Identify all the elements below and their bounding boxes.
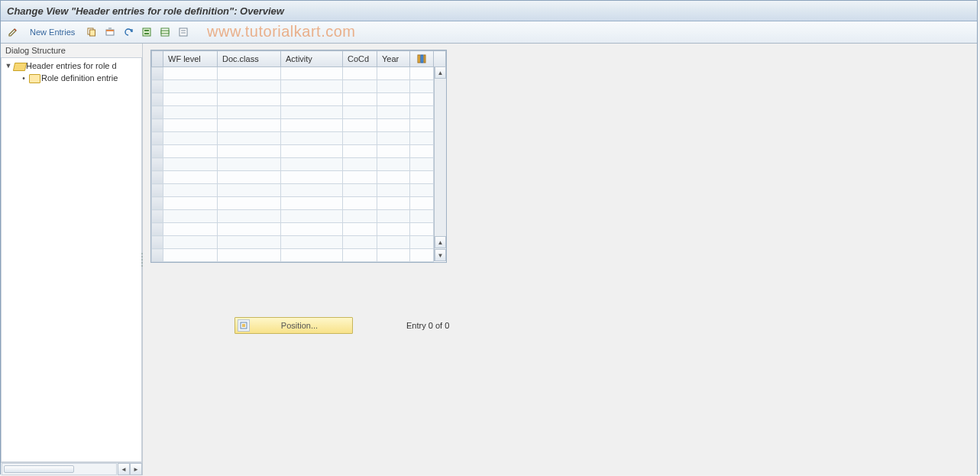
deselect-all-button[interactable] (176, 24, 191, 40)
cell-year[interactable] (377, 184, 410, 197)
copy-button[interactable] (84, 24, 99, 40)
row-selector[interactable] (152, 197, 163, 210)
cell-activity[interactable] (281, 106, 343, 119)
cell-activity[interactable] (281, 236, 343, 249)
select-all-button[interactable] (139, 24, 154, 40)
cell-doc_class[interactable] (218, 171, 281, 184)
grid-vertical-scrollbar[interactable]: ▲ ▲ ▼ (434, 66, 446, 261)
cell-activity[interactable] (281, 67, 343, 80)
chevron-down-icon[interactable]: ▼ (5, 62, 12, 70)
row-selector[interactable] (152, 132, 163, 145)
row-selector[interactable] (152, 249, 163, 262)
toggle-edit-button[interactable] (5, 24, 21, 40)
cell-activity[interactable] (281, 93, 343, 106)
table-row[interactable] (152, 93, 446, 106)
tree-item-role-definition[interactable]: • Role definition entrie (2, 72, 141, 84)
cell-cocd[interactable] (343, 197, 377, 210)
cell-cocd[interactable] (343, 223, 377, 236)
column-header-year[interactable]: Year (377, 51, 410, 67)
cell-cocd[interactable] (343, 80, 377, 93)
cell-year[interactable] (377, 223, 410, 236)
cell-wf_level[interactable] (163, 80, 218, 93)
cell-activity[interactable] (281, 132, 343, 145)
table-row[interactable] (152, 249, 446, 262)
cell-cocd[interactable] (343, 145, 377, 158)
row-selector[interactable] (152, 236, 163, 249)
cell-wf_level[interactable] (163, 119, 218, 132)
cell-wf_level[interactable] (163, 145, 218, 158)
table-row[interactable] (152, 210, 446, 223)
cell-year[interactable] (377, 119, 410, 132)
cell-activity[interactable] (281, 184, 343, 197)
cell-doc_class[interactable] (218, 119, 281, 132)
cell-doc_class[interactable] (218, 158, 281, 171)
table-row[interactable] (152, 80, 446, 93)
row-selector[interactable] (152, 210, 163, 223)
tree-item-header-entries[interactable]: ▼ Header entries for role d (2, 60, 141, 72)
cell-wf_level[interactable] (163, 223, 218, 236)
cell-cocd[interactable] (343, 210, 377, 223)
cell-doc_class[interactable] (218, 93, 281, 106)
cell-cocd[interactable] (343, 236, 377, 249)
table-row[interactable] (152, 145, 446, 158)
cell-year[interactable] (377, 210, 410, 223)
delete-button[interactable] (102, 24, 118, 40)
cell-wf_level[interactable] (163, 171, 218, 184)
cell-year[interactable] (377, 158, 410, 171)
cell-doc_class[interactable] (218, 197, 281, 210)
row-selector[interactable] (152, 80, 163, 93)
row-selector[interactable] (152, 171, 163, 184)
cell-doc_class[interactable] (218, 249, 281, 262)
table-row[interactable] (152, 236, 446, 249)
cell-doc_class[interactable] (218, 80, 281, 93)
cell-cocd[interactable] (343, 132, 377, 145)
cell-wf_level[interactable] (163, 158, 218, 171)
cell-doc_class[interactable] (218, 210, 281, 223)
cell-activity[interactable] (281, 197, 343, 210)
row-selector-header[interactable] (152, 51, 163, 67)
cell-cocd[interactable] (343, 249, 377, 262)
cell-wf_level[interactable] (163, 67, 218, 80)
table-row[interactable] (152, 158, 446, 171)
table-row[interactable] (152, 171, 446, 184)
sidebar-horizontal-scrollbar[interactable]: ◄ ► (1, 462, 142, 475)
scroll-up-button[interactable]: ▲ (435, 66, 446, 79)
cell-doc_class[interactable] (218, 236, 281, 249)
data-grid[interactable]: WF levelDoc.classActivityCoCdYear (151, 50, 446, 262)
cell-activity[interactable] (281, 210, 343, 223)
column-header-wf_level[interactable]: WF level (163, 51, 218, 67)
row-selector[interactable] (152, 223, 163, 236)
configure-columns-button[interactable] (410, 51, 434, 67)
cell-year[interactable] (377, 171, 410, 184)
cell-wf_level[interactable] (163, 106, 218, 119)
position-button[interactable]: Position... (234, 317, 353, 334)
scroll-track[interactable] (435, 79, 446, 235)
cell-wf_level[interactable] (163, 249, 218, 262)
cell-doc_class[interactable] (218, 106, 281, 119)
row-selector[interactable] (152, 158, 163, 171)
cell-year[interactable] (377, 145, 410, 158)
cell-activity[interactable] (281, 249, 343, 262)
cell-doc_class[interactable] (218, 145, 281, 158)
cell-cocd[interactable] (343, 119, 377, 132)
scroll-right-button[interactable]: ► (130, 463, 142, 475)
cell-cocd[interactable] (343, 158, 377, 171)
cell-year[interactable] (377, 80, 410, 93)
cell-year[interactable] (377, 106, 410, 119)
column-header-activity[interactable]: Activity (281, 51, 343, 67)
cell-wf_level[interactable] (163, 93, 218, 106)
cell-wf_level[interactable] (163, 210, 218, 223)
cell-year[interactable] (377, 132, 410, 145)
cell-year[interactable] (377, 197, 410, 210)
cell-wf_level[interactable] (163, 184, 218, 197)
cell-doc_class[interactable] (218, 132, 281, 145)
cell-cocd[interactable] (343, 106, 377, 119)
cell-year[interactable] (377, 93, 410, 106)
row-selector[interactable] (152, 93, 163, 106)
row-selector[interactable] (152, 184, 163, 197)
cell-activity[interactable] (281, 171, 343, 184)
cell-year[interactable] (377, 249, 410, 262)
scroll-track[interactable] (2, 463, 117, 475)
table-row[interactable] (152, 67, 446, 80)
table-row[interactable] (152, 223, 446, 236)
